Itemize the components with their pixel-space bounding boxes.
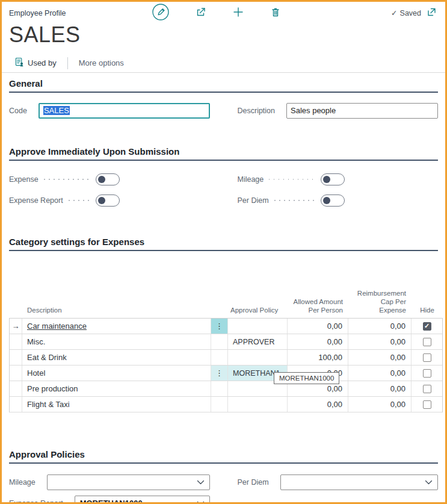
chevron-down-icon: [197, 477, 205, 488]
hide-checkbox[interactable]: [423, 369, 431, 378]
expense-report-policy-label: Expense Report: [9, 499, 63, 504]
hide-checkbox[interactable]: [423, 322, 431, 331]
description-cell[interactable]: Car maintenance: [22, 319, 211, 334]
description-cell[interactable]: Pre production: [22, 381, 211, 396]
approval-policy-cell[interactable]: [228, 350, 288, 365]
category-link[interactable]: Car maintenance: [27, 322, 87, 331]
approval-policy-cell[interactable]: [228, 319, 288, 334]
section-heading-approval-policies: Approval Policies: [9, 449, 438, 464]
used-by-label: Used by: [28, 58, 57, 67]
col-description[interactable]: Description: [22, 306, 211, 314]
action-bar: Used by More options: [2, 56, 445, 73]
reimbursement-cap-cell[interactable]: 0,00: [348, 334, 412, 349]
row-actions-cell: [211, 334, 228, 349]
table-row: Flight & Taxi 0,00 0,00: [10, 397, 442, 412]
expense-toggle[interactable]: [96, 173, 120, 185]
per-diem-toggle-row: Per Diem: [238, 194, 439, 207]
mileage-toggle[interactable]: [321, 173, 345, 185]
description-cell[interactable]: Misc.: [22, 334, 211, 349]
reimbursement-cap-cell[interactable]: 0,00: [348, 366, 412, 381]
description-cell[interactable]: Eat & Drink: [22, 350, 211, 365]
mileage-policy-select[interactable]: [47, 474, 210, 490]
mileage-toggle-row: Mileage: [238, 173, 439, 185]
reimbursement-cap-cell[interactable]: 0,00: [348, 319, 412, 334]
mileage-policy-row: Mileage: [9, 474, 210, 490]
expense-report-toggle-row: Expense Report: [9, 194, 210, 207]
open-in-new-window-button[interactable]: [426, 7, 437, 19]
hide-checkbox[interactable]: [423, 400, 431, 409]
code-input[interactable]: SALES: [39, 103, 210, 119]
row-actions-cell: [211, 397, 228, 412]
col-hide[interactable]: Hide: [412, 306, 443, 314]
code-label: Code: [9, 107, 27, 115]
row-marker-cell: [10, 334, 22, 349]
allowed-amount-cell[interactable]: 0,00: [288, 319, 348, 334]
command-bar-actions: [42, 3, 392, 23]
hide-checkbox[interactable]: [423, 385, 431, 393]
command-bar: Employee Profile: [9, 2, 438, 20]
code-selected-text: SALES: [43, 106, 70, 115]
mileage-label: Mileage: [238, 175, 264, 184]
used-by-action[interactable]: Used by: [15, 57, 57, 69]
code-field-row: Code SALES: [9, 102, 210, 119]
expense-report-label: Expense Report: [9, 196, 63, 205]
hide-checkbox[interactable]: [423, 338, 431, 346]
row-actions-cell: [211, 381, 228, 396]
expense-report-toggle[interactable]: [96, 194, 120, 207]
approval-policy-tooltip: MORETHAN1000: [274, 372, 339, 384]
grid-header-row: Description Approval Policy Allowed Amou…: [9, 289, 443, 318]
expense-report-policy-select[interactable]: MORETHAN1000: [75, 496, 210, 504]
toggle-knob: [98, 176, 105, 183]
row-actions-button[interactable]: ⋮: [211, 319, 228, 334]
page-title: SALES: [9, 22, 438, 48]
more-options-label: More options: [79, 58, 124, 67]
expense-label: Expense: [9, 175, 39, 184]
chevron-down-icon: [197, 498, 205, 504]
new-button[interactable]: [232, 6, 244, 20]
reimbursement-cap-cell[interactable]: 0,00: [348, 381, 412, 396]
hide-cell: [412, 366, 442, 381]
allowed-amount-cell[interactable]: 100,00: [288, 350, 348, 365]
employee-profile-card: Employee Profile: [0, 0, 447, 504]
category-grid: Description Approval Policy Allowed Amou…: [9, 289, 438, 412]
row-actions-button[interactable]: ⋮: [211, 366, 228, 381]
description-field-row: Description: [238, 102, 439, 119]
hide-checkbox[interactable]: [423, 353, 431, 362]
share-button[interactable]: [195, 6, 207, 20]
col-reimbursement-cap[interactable]: ReimbursementCap Per Expense: [348, 289, 412, 314]
trash-icon: [270, 6, 282, 20]
action-bar-divider: [67, 57, 68, 69]
description-cell[interactable]: Hotel: [22, 366, 211, 381]
edit-button[interactable]: [152, 3, 170, 23]
approval-policy-cell[interactable]: [228, 397, 288, 412]
expense-report-policy-value: MORETHAN1000: [80, 499, 143, 504]
table-row: Pre production 0,00 0,00: [10, 381, 442, 397]
approval-policy-cell[interactable]: APPROVER: [228, 334, 288, 349]
col-approval-policy[interactable]: Approval Policy: [228, 306, 288, 314]
table-row: Misc. APPROVER 0,00 0,00: [10, 334, 442, 350]
hide-cell: [412, 381, 442, 396]
row-marker-cell: [10, 397, 22, 412]
allowed-amount-cell[interactable]: 0,00: [288, 334, 348, 349]
reimbursement-cap-cell[interactable]: 0,00: [348, 397, 412, 412]
col-allowed-amount[interactable]: Allowed AmountPer Person: [288, 297, 348, 314]
more-options-action[interactable]: More options: [79, 58, 124, 67]
per-diem-policy-label: Per Diem: [238, 478, 269, 487]
description-cell[interactable]: Flight & Taxi: [22, 397, 211, 412]
dotted-leader: [269, 179, 315, 180]
hide-cell: [412, 334, 442, 349]
reimbursement-cap-cell[interactable]: 0,00: [348, 350, 412, 365]
description-label: Description: [238, 107, 276, 115]
description-input[interactable]: [286, 103, 438, 119]
per-diem-toggle[interactable]: [321, 194, 345, 207]
approval-policies-fields: Mileage Per Diem Expense Report: [9, 474, 438, 504]
delete-button[interactable]: [270, 6, 282, 20]
allowed-amount-cell[interactable]: 0,00: [288, 397, 348, 412]
hide-cell: [412, 350, 442, 365]
table-row: Hotel ⋮ MORETHAN1... 0,00 0,00: [10, 366, 442, 381]
pencil-icon: [152, 3, 170, 23]
row-marker-cell: [10, 381, 22, 396]
hide-cell: [412, 319, 442, 334]
ellipsis-icon: ⋮: [215, 322, 223, 331]
per-diem-policy-select[interactable]: [280, 474, 438, 490]
